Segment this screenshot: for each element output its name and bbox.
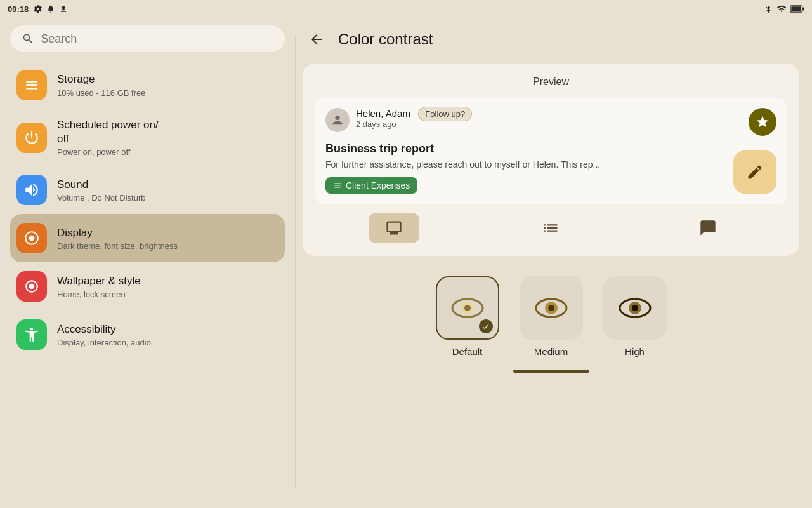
eye-high-icon xyxy=(618,297,652,319)
preview-tab-chat[interactable] xyxy=(683,213,733,243)
power-icon xyxy=(16,123,47,153)
power-title: Scheduled power on/ off xyxy=(57,118,278,146)
bottom-indicator xyxy=(303,370,799,373)
contrast-box-high[interactable] xyxy=(603,276,667,340)
star-button[interactable] xyxy=(749,108,776,136)
email-body: For further assistance, please reach out… xyxy=(325,159,776,170)
sidebar-item-accessibility[interactable]: Accessibility Display, interaction, audi… xyxy=(10,311,285,359)
wifi-icon xyxy=(776,4,787,14)
storage-icon xyxy=(16,70,47,100)
email-header: Helen, Adam Follow up? 2 days ago xyxy=(325,108,776,136)
wallpaper-subtitle: Home, lock screen xyxy=(57,290,278,299)
svg-point-12 xyxy=(632,305,638,311)
svg-point-9 xyxy=(548,305,554,311)
contrast-box-default[interactable] xyxy=(436,276,499,340)
search-icon xyxy=(22,32,34,46)
wallpaper-text: Wallpaper & style Home, lock screen xyxy=(57,274,278,299)
email-meta: Helen, Adam Follow up? 2 days ago xyxy=(356,108,742,129)
search-bar[interactable] xyxy=(10,25,285,52)
storage-title: Storage xyxy=(57,72,278,86)
display-icon xyxy=(16,223,47,253)
contrast-option-medium[interactable]: Medium xyxy=(520,276,583,357)
display-title: Display xyxy=(57,226,278,240)
accessibility-text: Accessibility Display, interaction, audi… xyxy=(57,323,278,347)
contrast-options: Default Medium xyxy=(303,276,799,357)
email-time: 2 days ago xyxy=(356,119,742,129)
accessibility-title: Accessibility xyxy=(57,323,278,337)
battery-icon xyxy=(790,4,804,13)
preview-tab-screen[interactable] xyxy=(369,213,419,243)
sound-icon xyxy=(16,175,47,205)
svg-point-6 xyxy=(464,305,471,311)
status-time: 09:18 xyxy=(8,4,29,14)
accessibility-subtitle: Display, interaction, audio xyxy=(57,338,278,347)
eye-default-icon xyxy=(450,297,485,319)
edit-fab[interactable] xyxy=(733,150,776,194)
sidebar-item-sound[interactable]: Sound Volume , Do Not Disturb xyxy=(10,166,285,214)
sidebar-item-storage[interactable]: Storage 10% used - 116 GB free xyxy=(10,61,285,109)
email-subject: Business trip report xyxy=(325,142,776,156)
sidebar-item-display[interactable]: Display Dark theme, font size, brightnes… xyxy=(10,214,285,262)
display-subtitle: Dark theme, font size, brightness xyxy=(57,241,278,251)
upload-icon xyxy=(59,4,68,13)
wallpaper-icon xyxy=(16,271,47,302)
search-input[interactable] xyxy=(41,32,273,46)
wallpaper-title: Wallpaper & style xyxy=(57,274,278,288)
contrast-label-high: High xyxy=(625,346,645,357)
bluetooth-icon xyxy=(764,5,773,13)
email-card: Helen, Adam Follow up? 2 days ago Busine… xyxy=(315,98,787,204)
contrast-option-high[interactable]: High xyxy=(603,276,667,357)
right-panel: Color contrast Preview Helen, Adam Follo… xyxy=(296,18,812,508)
sound-title: Sound xyxy=(57,178,278,192)
preview-container: Preview Helen, Adam Follow up? 2 days ag… xyxy=(303,64,799,256)
right-status-icons xyxy=(764,4,804,14)
bell-icon xyxy=(46,4,55,13)
contrast-label-medium: Medium xyxy=(534,346,568,357)
status-bar: 09:18 xyxy=(0,0,812,18)
sound-subtitle: Volume , Do Not Disturb xyxy=(57,193,278,203)
preview-label: Preview xyxy=(315,76,787,88)
sidebar-item-power[interactable]: Scheduled power on/ off Power on, power … xyxy=(10,109,285,166)
preview-tabs xyxy=(315,213,787,243)
contrast-option-default[interactable]: Default xyxy=(436,276,499,357)
power-subtitle: Power on, power off xyxy=(57,147,278,157)
email-sender: Helen, Adam xyxy=(356,108,410,119)
eye-medium-icon xyxy=(534,297,568,319)
email-tag: Client Expenses xyxy=(325,177,417,194)
display-text: Display Dark theme, font size, brightnes… xyxy=(57,226,278,251)
left-panel: Storage 10% used - 116 GB free Scheduled… xyxy=(0,18,295,508)
accessibility-icon xyxy=(16,319,47,350)
storage-subtitle: 10% used - 116 GB free xyxy=(57,88,278,98)
gear-icon xyxy=(34,4,43,13)
page-header: Color contrast xyxy=(303,28,799,51)
home-indicator xyxy=(513,370,589,373)
back-button[interactable] xyxy=(305,28,328,51)
sound-text: Sound Volume , Do Not Disturb xyxy=(57,178,278,203)
page-title: Color contrast xyxy=(338,30,433,48)
contrast-box-medium[interactable] xyxy=(520,276,583,340)
storage-text: Storage 10% used - 116 GB free xyxy=(57,72,278,97)
check-badge-default xyxy=(479,319,493,333)
main-layout: Storage 10% used - 116 GB free Scheduled… xyxy=(0,0,812,508)
sidebar-item-wallpaper[interactable]: Wallpaper & style Home, lock screen xyxy=(10,262,285,311)
svg-rect-2 xyxy=(802,7,804,10)
power-text: Scheduled power on/ off Power on, power … xyxy=(57,118,278,157)
contrast-label-default: Default xyxy=(452,346,483,357)
svg-rect-1 xyxy=(791,6,801,11)
status-icons xyxy=(34,4,68,13)
preview-tab-list[interactable] xyxy=(525,213,576,243)
follow-up-badge: Follow up? xyxy=(418,107,472,121)
avatar xyxy=(325,108,350,132)
